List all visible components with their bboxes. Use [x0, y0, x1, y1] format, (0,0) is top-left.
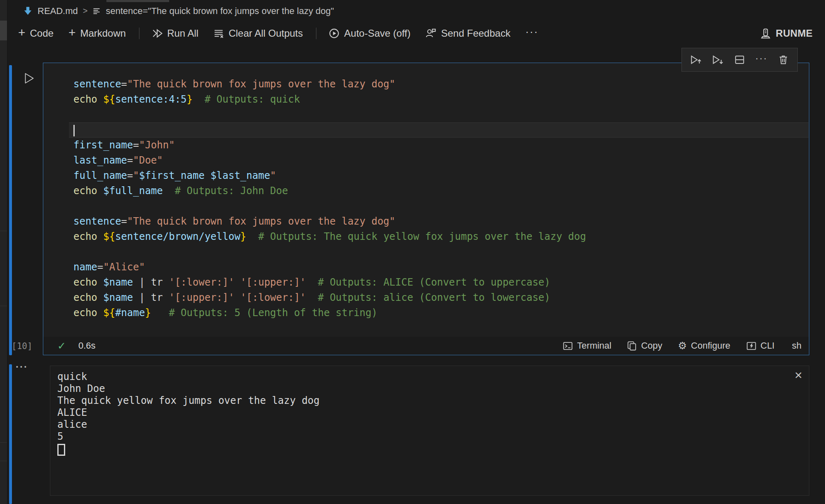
cell-focus-bar: [9, 65, 12, 355]
code-line[interactable]: name="Alice": [69, 260, 808, 275]
run-all-button[interactable]: Run All: [152, 28, 198, 39]
run-all-label: Run All: [167, 28, 198, 39]
clear-outputs-icon: [213, 28, 224, 39]
code-line[interactable]: echo $full_name # Outputs: John Doe: [69, 183, 808, 199]
runme-notebook-window: READ.md > sentence="The quick brown fox …: [0, 0, 825, 504]
success-check-icon: ✓: [57, 340, 66, 352]
output-text: quickJohn DoeThe quick yellow fox jumps …: [50, 366, 809, 456]
code-line[interactable]: echo ${sentence/brown/yellow} # Outputs:…: [69, 229, 808, 244]
toolbar-more-actions-button[interactable]: ···: [525, 26, 538, 38]
toolbar-divider: [316, 28, 316, 39]
cli-button[interactable]: CLI: [746, 340, 775, 351]
code-line[interactable]: echo ${sentence:4:5} # Outputs: quick: [69, 92, 808, 107]
output-line: 5: [57, 431, 809, 443]
code-line[interactable]: first_name="John": [69, 138, 808, 153]
code-line[interactable]: sentence="The quick brown fox jumps over…: [69, 214, 808, 229]
cell-hover-toolbar: ···: [681, 48, 798, 72]
add-code-cell-button[interactable]: + Code: [18, 28, 54, 39]
gutter-scrollbar-thumb[interactable]: [0, 21, 7, 40]
output-options-button[interactable]: ···: [16, 362, 28, 372]
code-line[interactable]: echo $name | tr '[:lower:]' '[:upper:]' …: [69, 275, 808, 290]
close-output-button[interactable]: ×: [794, 368, 802, 382]
cell-more-actions-button[interactable]: ···: [753, 50, 770, 66]
notebook-toolbar: + Code + Markdown Run All Clear All Outp…: [7, 22, 825, 45]
add-markdown-cell-button[interactable]: + Markdown: [68, 28, 126, 39]
cell-status-bar: ✓ 0.6s Terminal: [43, 337, 809, 355]
clear-outputs-label: Clear All Outputs: [229, 28, 303, 39]
breadcrumb-symbol[interactable]: sentence="The quick brown fox jumps over…: [92, 6, 334, 16]
breadcrumb-file[interactable]: READ.md: [23, 6, 78, 16]
terminal-button[interactable]: Terminal: [563, 340, 611, 351]
runme-label: RUNME: [776, 28, 813, 39]
status-actions: Terminal Copy ⚙ Configure: [563, 340, 801, 351]
delete-cell-button[interactable]: [775, 52, 792, 68]
run-all-icon: [152, 28, 163, 39]
text-cursor: [73, 125, 75, 136]
output-line: The quick yellow fox jumps over the lazy…: [57, 395, 809, 407]
terminal-label: Terminal: [577, 340, 611, 351]
send-feedback-button[interactable]: Send Feedback: [425, 28, 510, 39]
code-line[interactable]: echo $name | tr '[:upper:]' '[:lower:]' …: [69, 290, 808, 305]
code-line[interactable]: last_name="Doe": [69, 153, 808, 168]
output-line: quick: [57, 371, 809, 383]
toolbar-divider: [139, 28, 139, 39]
code-line[interactable]: sentence="The quick brown fox jumps over…: [69, 77, 808, 92]
output-line: John Doe: [57, 383, 809, 395]
plus-icon: +: [68, 26, 76, 39]
terminal-cursor: [57, 444, 65, 456]
code-line[interactable]: [69, 122, 808, 138]
gear-icon: ⚙: [678, 341, 687, 351]
run-cell-button[interactable]: [21, 71, 36, 86]
code-line[interactable]: echo ${#name} # Outputs: 5 (Length of th…: [69, 305, 808, 321]
breadcrumb-file-label: READ.md: [38, 6, 78, 16]
gutter-divider: [0, 231, 7, 231]
auto-save-label: Auto-Save (off): [344, 28, 410, 39]
configure-button[interactable]: ⚙ Configure: [678, 340, 731, 351]
left-gutter-strip: [0, 0, 7, 504]
add-code-label: Code: [30, 28, 54, 39]
symbol-list-icon: [92, 7, 101, 15]
execute-below-button[interactable]: [710, 52, 726, 68]
copy-icon: [627, 341, 637, 351]
execution-count: [10]: [12, 341, 33, 351]
feedback-person-icon: [425, 28, 436, 39]
clear-all-outputs-button[interactable]: Clear All Outputs: [213, 28, 303, 39]
gutter-divider: [0, 306, 7, 306]
copy-label: Copy: [641, 340, 662, 351]
cell-output: quickJohn DoeThe quick yellow fox jumps …: [50, 366, 809, 496]
output-line: ALICE: [57, 407, 809, 419]
cli-icon: [746, 341, 757, 351]
code-editor[interactable]: sentence="The quick brown fox jumps over…: [69, 63, 808, 321]
breadcrumb: READ.md > sentence="The quick brown fox …: [7, 0, 825, 22]
cli-label: CLI: [761, 340, 775, 351]
code-line[interactable]: full_name="$first_name $last_name": [69, 168, 808, 183]
code-cell: sentence="The quick brown fox jumps over…: [43, 63, 809, 355]
markdown-file-icon: [23, 6, 33, 16]
send-feedback-label: Send Feedback: [441, 28, 510, 39]
terminal-icon: [563, 341, 573, 351]
runme-logo-icon: [760, 28, 771, 39]
code-line[interactable]: [69, 107, 808, 122]
gutter-divider: [0, 442, 7, 443]
breadcrumb-symbol-label: sentence="The quick brown fox jumps over…: [106, 6, 334, 16]
output-line: alice: [57, 419, 809, 431]
plus-icon: +: [18, 26, 26, 39]
runme-extension-button[interactable]: RUNME: [760, 28, 825, 39]
gutter-divider: [0, 461, 7, 461]
add-markdown-label: Markdown: [80, 28, 126, 39]
output-focus-bar: [9, 364, 12, 504]
execution-duration: 0.6s: [78, 340, 96, 351]
language-picker[interactable]: sh: [792, 340, 801, 351]
copy-button[interactable]: Copy: [627, 340, 662, 351]
breadcrumb-separator: >: [83, 6, 88, 16]
auto-save-toggle[interactable]: Auto-Save (off): [329, 28, 410, 39]
code-line[interactable]: [69, 199, 808, 214]
split-cell-button[interactable]: [731, 52, 748, 68]
code-line[interactable]: [69, 244, 808, 260]
execute-above-button[interactable]: [688, 52, 704, 68]
configure-label: Configure: [691, 340, 730, 351]
auto-save-icon: [329, 28, 339, 39]
